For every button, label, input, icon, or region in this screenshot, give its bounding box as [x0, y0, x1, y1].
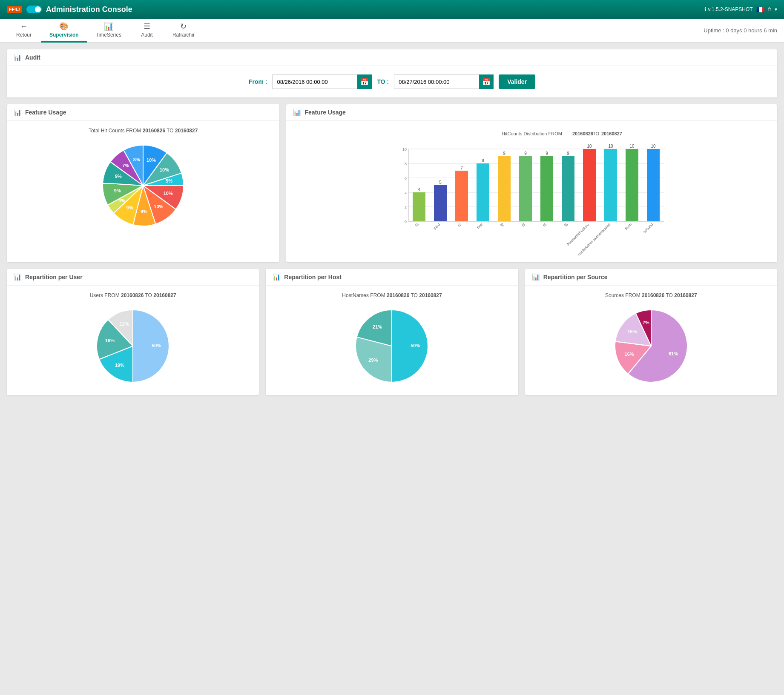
- header-right: ℹ v.1.5.2-SNAPSHOT 🇫🇷 fr ▾: [704, 6, 777, 14]
- navigation-bar: ← Retour 🎨 Supervision 📊 TimeSeries ☰ Au…: [0, 19, 784, 43]
- svg-text:TO: TO: [593, 131, 600, 136]
- feature-usage-bar-panel: 📊 Feature Usage HitCounts Distribution F…: [286, 104, 777, 262]
- svg-text:f5: f5: [542, 222, 547, 227]
- svg-text:9%: 9%: [114, 188, 121, 193]
- svg-text:50%: 50%: [411, 343, 420, 348]
- svg-text:21%: 21%: [373, 324, 382, 329]
- chevron-down-icon: ▾: [775, 6, 777, 12]
- flag-icon: 🇫🇷: [756, 6, 765, 14]
- repartition-user-body: Users FROM 20160826 TO 20160827 50%19%19…: [7, 286, 259, 395]
- svg-text:61%: 61%: [669, 351, 678, 356]
- audit-panel-title: Audit: [25, 54, 40, 61]
- svg-rect-46: [540, 156, 553, 221]
- nav-item-timeseries[interactable]: 📊 TimeSeries: [87, 19, 130, 43]
- app-header: FF4J Administration Console ℹ v.1.5.2-SN…: [0, 0, 784, 19]
- repartition-source-panel: 📊 Repartition per Source Sources FROM 20…: [525, 269, 777, 395]
- from-calendar-button[interactable]: 📅: [357, 74, 372, 89]
- svg-text:7%: 7%: [122, 163, 129, 168]
- repartition-host-title: Repartition per Host: [284, 274, 342, 280]
- feature-usage-bar-header: 📊 Feature Usage: [286, 104, 777, 121]
- pie-chart-title: Total Hit Counts FROM 20160826 TO 201608…: [89, 128, 198, 134]
- svg-text:6: 6: [405, 176, 407, 180]
- svg-text:f3: f3: [521, 222, 526, 227]
- svg-text:50%: 50%: [152, 343, 161, 348]
- language-selector[interactable]: fr: [768, 6, 771, 12]
- to-input-wrap: 📅: [394, 74, 494, 89]
- bar-chart-icon: 📊: [293, 109, 301, 116]
- nav-item-audit[interactable]: ☰ Audit: [130, 19, 164, 43]
- svg-text:16%: 16%: [627, 329, 637, 334]
- svg-text:4: 4: [405, 191, 407, 195]
- svg-rect-34: [455, 171, 468, 221]
- svg-text:19%: 19%: [115, 363, 124, 368]
- svg-text:8%: 8%: [133, 157, 140, 162]
- svg-text:9: 9: [524, 151, 527, 156]
- svg-text:10: 10: [651, 144, 656, 149]
- main-content: 📊 Audit From : 📅 TO : 📅 Valider 📊 Featur…: [0, 43, 784, 402]
- nav-label-audit: Audit: [141, 32, 152, 38]
- svg-text:12%: 12%: [120, 321, 129, 326]
- audit-panel-header: 📊 Audit: [7, 49, 777, 66]
- svg-text:8: 8: [482, 158, 484, 163]
- svg-text:19%: 19%: [105, 338, 115, 343]
- from-input-wrap: 📅: [272, 74, 372, 89]
- validate-button[interactable]: Valider: [499, 74, 535, 89]
- svg-text:f6: f6: [563, 222, 569, 227]
- nav-item-retour[interactable]: ← Retour: [7, 19, 41, 43]
- svg-text:5: 5: [439, 180, 442, 185]
- repartition-user-panel: 📊 Repartition per User Users FROM 201608…: [7, 269, 259, 395]
- svg-text:20160827: 20160827: [601, 131, 622, 136]
- svg-text:10%: 10%: [164, 191, 173, 196]
- to-date-input[interactable]: [394, 74, 479, 89]
- app-title: Administration Console: [46, 5, 132, 14]
- nav-item-rafraichir[interactable]: ↻ Rafraîchir: [164, 19, 203, 43]
- svg-text:9: 9: [546, 151, 548, 156]
- repartition-host-svg: 50%29%21%: [349, 303, 434, 389]
- host-chart-title: HostNames FROM 20160826 TO 20160827: [342, 292, 442, 298]
- svg-rect-61: [647, 149, 660, 221]
- svg-text:first: first: [476, 222, 484, 230]
- svg-text:10: 10: [629, 144, 635, 149]
- repartition-user-header: 📊 Repartition per User: [7, 269, 259, 286]
- svg-text:f4: f4: [414, 222, 419, 227]
- svg-text:29%: 29%: [369, 358, 378, 363]
- repartition-source-title: Repartition per Source: [543, 274, 608, 280]
- feature-usage-pie-title: Feature Usage: [25, 109, 66, 116]
- feature-usage-bar-body: HitCounts Distribution FROM 20160826 TO …: [286, 121, 777, 262]
- svg-text:f1: f1: [457, 222, 462, 227]
- to-calendar-button[interactable]: 📅: [479, 74, 494, 89]
- svg-text:2: 2: [405, 205, 407, 209]
- repartition-host-header: 📊 Repartition per Host: [266, 269, 518, 286]
- audit-form: From : 📅 TO : 📅 Valider: [7, 66, 777, 97]
- nav-item-supervision[interactable]: 🎨 Supervision: [41, 19, 87, 43]
- uptime-display: Uptime : 0 days 0 hours 6 min: [704, 27, 777, 34]
- svg-rect-31: [434, 185, 447, 221]
- logo-badge: FF4J: [7, 6, 22, 13]
- nav-items: ← Retour 🎨 Supervision 📊 TimeSeries ☰ Au…: [7, 19, 704, 43]
- svg-rect-40: [498, 156, 511, 221]
- svg-text:0: 0: [405, 220, 407, 224]
- from-date-input[interactable]: [272, 74, 357, 89]
- back-icon: ←: [20, 22, 28, 31]
- repartition-user-svg: 50%19%19%12%: [90, 303, 175, 389]
- source-chart-title: Sources FROM 20160826 TO 20160827: [605, 292, 697, 298]
- feature-usage-pie-panel: 📊 Feature Usage Total Hit Counts FROM 20…: [7, 104, 279, 262]
- timeseries-icon: 📊: [104, 22, 113, 31]
- svg-text:forth: forth: [624, 222, 632, 231]
- nav-label-retour: Retour: [16, 32, 32, 38]
- repartition-row: 📊 Repartition per User Users FROM 201608…: [7, 269, 777, 395]
- svg-text:16%: 16%: [624, 352, 634, 357]
- svg-rect-28: [413, 192, 425, 221]
- user-chart-title: Users FROM 20160826 TO 20160827: [90, 292, 176, 298]
- version-info: ℹ v.1.5.2-SNAPSHOT: [704, 6, 752, 12]
- svg-rect-55: [604, 149, 617, 221]
- user-chart-icon: 📊: [14, 273, 22, 281]
- repartition-source-body: Sources FROM 20160826 TO 20160827 61%16%…: [525, 286, 777, 395]
- header-left: FF4J Administration Console: [7, 5, 132, 14]
- toggle-switch[interactable]: [26, 6, 42, 13]
- svg-rect-58: [626, 149, 638, 221]
- refresh-icon: ↻: [180, 22, 187, 31]
- to-label: TO :: [377, 78, 389, 85]
- svg-text:f2: f2: [500, 222, 505, 227]
- source-chart-icon: 📊: [532, 273, 540, 281]
